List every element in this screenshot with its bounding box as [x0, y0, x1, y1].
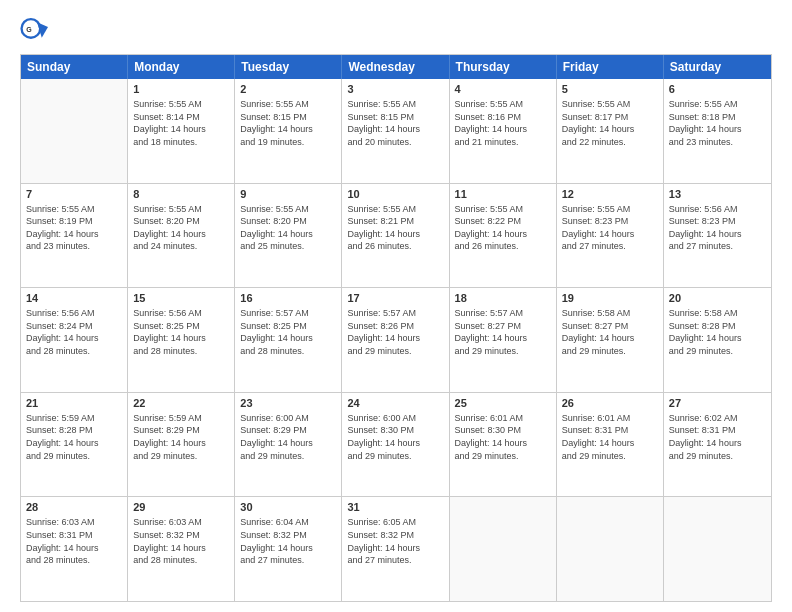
- calendar-cell: 3Sunrise: 5:55 AMSunset: 8:15 PMDaylight…: [342, 79, 449, 183]
- calendar-week-1: 1Sunrise: 5:55 AMSunset: 8:14 PMDaylight…: [21, 79, 771, 184]
- calendar-cell: 22Sunrise: 5:59 AMSunset: 8:29 PMDayligh…: [128, 393, 235, 497]
- day-info: Sunrise: 5:55 AMSunset: 8:18 PMDaylight:…: [669, 98, 766, 148]
- day-info: Sunrise: 6:00 AMSunset: 8:30 PMDaylight:…: [347, 412, 443, 462]
- day-number: 13: [669, 188, 766, 200]
- day-info: Sunrise: 5:57 AMSunset: 8:25 PMDaylight:…: [240, 307, 336, 357]
- calendar-header-sunday: Sunday: [21, 55, 128, 79]
- day-info: Sunrise: 5:55 AMSunset: 8:20 PMDaylight:…: [240, 203, 336, 253]
- calendar-cell: 2Sunrise: 5:55 AMSunset: 8:15 PMDaylight…: [235, 79, 342, 183]
- day-number: 24: [347, 397, 443, 409]
- day-number: 5: [562, 83, 658, 95]
- day-number: 7: [26, 188, 122, 200]
- day-number: 11: [455, 188, 551, 200]
- calendar-cell: [557, 497, 664, 601]
- calendar-cell: 9Sunrise: 5:55 AMSunset: 8:20 PMDaylight…: [235, 184, 342, 288]
- day-info: Sunrise: 5:59 AMSunset: 8:28 PMDaylight:…: [26, 412, 122, 462]
- calendar-cell: [450, 497, 557, 601]
- day-info: Sunrise: 5:56 AMSunset: 8:24 PMDaylight:…: [26, 307, 122, 357]
- calendar-cell: 26Sunrise: 6:01 AMSunset: 8:31 PMDayligh…: [557, 393, 664, 497]
- day-info: Sunrise: 5:55 AMSunset: 8:17 PMDaylight:…: [562, 98, 658, 148]
- calendar-cell: 25Sunrise: 6:01 AMSunset: 8:30 PMDayligh…: [450, 393, 557, 497]
- day-number: 26: [562, 397, 658, 409]
- calendar-header-tuesday: Tuesday: [235, 55, 342, 79]
- calendar-cell: 12Sunrise: 5:55 AMSunset: 8:23 PMDayligh…: [557, 184, 664, 288]
- day-number: 22: [133, 397, 229, 409]
- day-info: Sunrise: 5:55 AMSunset: 8:15 PMDaylight:…: [347, 98, 443, 148]
- day-number: 1: [133, 83, 229, 95]
- calendar-cell: [664, 497, 771, 601]
- svg-marker-1: [37, 22, 48, 38]
- day-number: 16: [240, 292, 336, 304]
- day-number: 4: [455, 83, 551, 95]
- calendar-header: SundayMondayTuesdayWednesdayThursdayFrid…: [21, 55, 771, 79]
- day-number: 25: [455, 397, 551, 409]
- calendar-cell: 1Sunrise: 5:55 AMSunset: 8:14 PMDaylight…: [128, 79, 235, 183]
- calendar-cell: 24Sunrise: 6:00 AMSunset: 8:30 PMDayligh…: [342, 393, 449, 497]
- calendar-body: 1Sunrise: 5:55 AMSunset: 8:14 PMDaylight…: [21, 79, 771, 601]
- day-number: 31: [347, 501, 443, 513]
- day-number: 30: [240, 501, 336, 513]
- calendar-header-wednesday: Wednesday: [342, 55, 449, 79]
- day-number: 9: [240, 188, 336, 200]
- day-info: Sunrise: 5:56 AMSunset: 8:25 PMDaylight:…: [133, 307, 229, 357]
- day-number: 19: [562, 292, 658, 304]
- day-info: Sunrise: 5:55 AMSunset: 8:22 PMDaylight:…: [455, 203, 551, 253]
- header: G: [20, 16, 772, 44]
- day-info: Sunrise: 6:05 AMSunset: 8:32 PMDaylight:…: [347, 516, 443, 566]
- calendar-cell: 29Sunrise: 6:03 AMSunset: 8:32 PMDayligh…: [128, 497, 235, 601]
- day-info: Sunrise: 5:55 AMSunset: 8:21 PMDaylight:…: [347, 203, 443, 253]
- day-number: 15: [133, 292, 229, 304]
- calendar-cell: 28Sunrise: 6:03 AMSunset: 8:31 PMDayligh…: [21, 497, 128, 601]
- calendar-cell: 13Sunrise: 5:56 AMSunset: 8:23 PMDayligh…: [664, 184, 771, 288]
- day-number: 3: [347, 83, 443, 95]
- calendar-cell: 5Sunrise: 5:55 AMSunset: 8:17 PMDaylight…: [557, 79, 664, 183]
- day-info: Sunrise: 5:55 AMSunset: 8:15 PMDaylight:…: [240, 98, 336, 148]
- calendar-week-4: 21Sunrise: 5:59 AMSunset: 8:28 PMDayligh…: [21, 393, 771, 498]
- calendar-cell: 10Sunrise: 5:55 AMSunset: 8:21 PMDayligh…: [342, 184, 449, 288]
- day-info: Sunrise: 6:00 AMSunset: 8:29 PMDaylight:…: [240, 412, 336, 462]
- day-info: Sunrise: 6:02 AMSunset: 8:31 PMDaylight:…: [669, 412, 766, 462]
- calendar-header-monday: Monday: [128, 55, 235, 79]
- calendar-cell: 30Sunrise: 6:04 AMSunset: 8:32 PMDayligh…: [235, 497, 342, 601]
- day-info: Sunrise: 6:03 AMSunset: 8:31 PMDaylight:…: [26, 516, 122, 566]
- day-info: Sunrise: 6:04 AMSunset: 8:32 PMDaylight:…: [240, 516, 336, 566]
- day-number: 10: [347, 188, 443, 200]
- day-info: Sunrise: 5:55 AMSunset: 8:16 PMDaylight:…: [455, 98, 551, 148]
- calendar-header-friday: Friday: [557, 55, 664, 79]
- calendar-week-5: 28Sunrise: 6:03 AMSunset: 8:31 PMDayligh…: [21, 497, 771, 601]
- calendar-cell: 23Sunrise: 6:00 AMSunset: 8:29 PMDayligh…: [235, 393, 342, 497]
- day-info: Sunrise: 6:01 AMSunset: 8:31 PMDaylight:…: [562, 412, 658, 462]
- calendar-cell: 18Sunrise: 5:57 AMSunset: 8:27 PMDayligh…: [450, 288, 557, 392]
- day-info: Sunrise: 5:57 AMSunset: 8:26 PMDaylight:…: [347, 307, 443, 357]
- calendar-cell: 14Sunrise: 5:56 AMSunset: 8:24 PMDayligh…: [21, 288, 128, 392]
- logo: G: [20, 16, 54, 44]
- calendar-cell: 21Sunrise: 5:59 AMSunset: 8:28 PMDayligh…: [21, 393, 128, 497]
- day-info: Sunrise: 5:58 AMSunset: 8:27 PMDaylight:…: [562, 307, 658, 357]
- calendar-header-thursday: Thursday: [450, 55, 557, 79]
- calendar-cell: 8Sunrise: 5:55 AMSunset: 8:20 PMDaylight…: [128, 184, 235, 288]
- day-number: 17: [347, 292, 443, 304]
- day-number: 29: [133, 501, 229, 513]
- day-info: Sunrise: 6:01 AMSunset: 8:30 PMDaylight:…: [455, 412, 551, 462]
- day-number: 21: [26, 397, 122, 409]
- day-number: 28: [26, 501, 122, 513]
- day-info: Sunrise: 5:56 AMSunset: 8:23 PMDaylight:…: [669, 203, 766, 253]
- calendar-cell: 27Sunrise: 6:02 AMSunset: 8:31 PMDayligh…: [664, 393, 771, 497]
- calendar-cell: 11Sunrise: 5:55 AMSunset: 8:22 PMDayligh…: [450, 184, 557, 288]
- calendar-cell: 20Sunrise: 5:58 AMSunset: 8:28 PMDayligh…: [664, 288, 771, 392]
- day-number: 20: [669, 292, 766, 304]
- day-info: Sunrise: 5:55 AMSunset: 8:23 PMDaylight:…: [562, 203, 658, 253]
- calendar-cell: 4Sunrise: 5:55 AMSunset: 8:16 PMDaylight…: [450, 79, 557, 183]
- calendar-cell: [21, 79, 128, 183]
- day-number: 18: [455, 292, 551, 304]
- day-number: 14: [26, 292, 122, 304]
- svg-text:G: G: [26, 26, 32, 33]
- calendar-week-2: 7Sunrise: 5:55 AMSunset: 8:19 PMDaylight…: [21, 184, 771, 289]
- calendar-cell: 15Sunrise: 5:56 AMSunset: 8:25 PMDayligh…: [128, 288, 235, 392]
- day-number: 8: [133, 188, 229, 200]
- day-number: 27: [669, 397, 766, 409]
- day-info: Sunrise: 5:55 AMSunset: 8:14 PMDaylight:…: [133, 98, 229, 148]
- calendar-cell: 17Sunrise: 5:57 AMSunset: 8:26 PMDayligh…: [342, 288, 449, 392]
- day-info: Sunrise: 5:58 AMSunset: 8:28 PMDaylight:…: [669, 307, 766, 357]
- day-info: Sunrise: 6:03 AMSunset: 8:32 PMDaylight:…: [133, 516, 229, 566]
